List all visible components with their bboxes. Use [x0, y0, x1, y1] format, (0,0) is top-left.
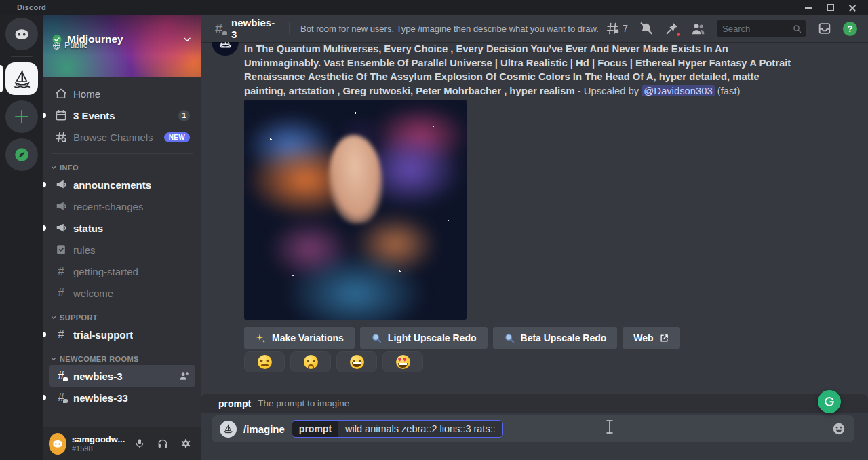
category-info[interactable]: INFO — [49, 164, 195, 172]
channel-welcome[interactable]: # welcome — [49, 282, 195, 304]
unread-indicator — [43, 182, 46, 187]
grinning-face-emoji — [350, 355, 364, 369]
beta-upscale-redo-button[interactable]: Beta Upscale Redo — [493, 327, 618, 349]
reaction-confounded-face[interactable] — [244, 351, 285, 372]
channel-rules[interactable]: rules — [49, 239, 195, 261]
category-label: INFO — [60, 164, 79, 172]
sailboat-icon — [222, 423, 234, 435]
option-field-value[interactable]: wild animals zebra::2 lions::3 rats:: — [338, 421, 502, 437]
user-bar: samgoodw... #1598 — [43, 427, 201, 460]
channel-getting-started[interactable]: # getting-started — [49, 261, 195, 282]
channel-announcements[interactable]: announcements — [49, 174, 195, 195]
server-banner[interactable]: Midjourney Public — [43, 15, 201, 77]
disappointed-face-emoji — [304, 355, 318, 369]
search-input[interactable]: Search — [717, 20, 806, 37]
unread-indicator — [43, 332, 46, 337]
message-composer[interactable]: /imagine prompt wild animals zebra::2 li… — [212, 415, 854, 442]
emoji-picker-button[interactable] — [831, 421, 846, 436]
fast-mode-text: (fast) — [715, 85, 741, 96]
header-divider — [289, 22, 290, 35]
chevron-down-icon — [50, 356, 57, 362]
command-bot-avatar — [220, 421, 237, 438]
inbox-button[interactable] — [817, 21, 832, 36]
help-button[interactable]: ? — [843, 22, 857, 36]
bell-slash-icon — [639, 21, 654, 36]
category-newcomer-rooms[interactable]: NEWCOMER ROOMS — [49, 355, 195, 363]
server-visibility-label: Public — [64, 41, 87, 50]
slash-command-autocomplete[interactable]: prompt The prompt to imagine — [201, 394, 868, 413]
deafen-button[interactable] — [153, 434, 172, 453]
light-upscale-redo-button[interactable]: Light Upscale Redo — [360, 327, 488, 349]
threads-icon — [605, 21, 620, 36]
globe-icon — [52, 41, 61, 50]
channel-status[interactable]: status — [49, 217, 195, 239]
user-discriminator: #1598 — [72, 444, 125, 453]
window-close-button[interactable] — [846, 2, 859, 13]
channel-recent-changes[interactable]: recent-changes — [49, 195, 195, 217]
channel-name: welcome — [73, 288, 113, 299]
hash-icon: # — [54, 286, 68, 300]
option-name: prompt — [218, 398, 251, 409]
mute-microphone-button[interactable] — [130, 434, 149, 453]
artwork-stars — [244, 100, 467, 320]
reactions: ♥♥ — [244, 351, 423, 372]
sidebar-item-home[interactable]: Home — [49, 83, 195, 104]
pinned-messages-button[interactable] — [665, 21, 679, 36]
threads-button[interactable]: 7 — [605, 21, 628, 36]
make-variations-button[interactable]: Make Variations — [244, 327, 355, 349]
new-badge: NEW — [164, 132, 190, 142]
search-placeholder: Search — [722, 24, 792, 34]
discord-logo-icon — [51, 437, 64, 451]
channel-trial-support[interactable]: # trial-support — [49, 324, 195, 345]
grammarly-g-icon — [823, 395, 836, 408]
option-description: The prompt to imagine — [258, 398, 349, 408]
channel-topic[interactable]: Bot room for new users. Type /imagine th… — [300, 24, 599, 34]
chat-area: # newbies-3 Bot room for new users. Type… — [201, 15, 868, 460]
reaction-grinning-face[interactable] — [336, 351, 377, 372]
reaction-disappointed-face[interactable] — [290, 351, 331, 372]
calendar-icon — [54, 109, 68, 122]
sidebar-item-label: Home — [73, 88, 100, 100]
external-link-icon — [659, 333, 669, 343]
sparkles-icon — [255, 332, 267, 344]
category-support[interactable]: SUPPORT — [49, 313, 195, 322]
sailboat-icon — [11, 68, 33, 90]
hash-chat-icon: # — [54, 369, 68, 383]
discord-home-button[interactable] — [5, 18, 38, 50]
channel-name: newbies-3 — [73, 370, 123, 382]
midjourney-server-icon[interactable] — [5, 62, 38, 95]
add-server-button[interactable] — [5, 100, 38, 133]
create-invite-icon[interactable] — [178, 370, 190, 382]
channel-newbies-3[interactable]: # newbies-3 — [49, 365, 195, 387]
server-visibility: Public — [52, 41, 87, 50]
button-label: Web — [633, 332, 653, 343]
explore-servers-button[interactable] — [5, 138, 38, 171]
rail-divider — [11, 56, 33, 57]
smiley-icon — [831, 421, 846, 436]
notification-settings-button[interactable] — [639, 21, 654, 36]
generated-image[interactable] — [244, 100, 467, 320]
command-option-field[interactable]: prompt wild animals zebra::2 lions::3 ra… — [292, 420, 503, 438]
threads-count: 7 — [623, 23, 628, 34]
message-actions: Make Variations Light Upscale Redo Beta … — [244, 327, 680, 349]
channel-newbies-33[interactable]: # newbies-33 — [49, 387, 195, 408]
hash-icon: # — [54, 328, 68, 341]
chevron-down-icon — [50, 314, 57, 321]
sidebar-item-events[interactable]: 3 Events 1 — [49, 104, 195, 126]
user-avatar[interactable] — [49, 433, 66, 455]
reaction-heart-eyes-face[interactable]: ♥♥ — [382, 351, 423, 372]
window-minimize-button[interactable] — [803, 2, 815, 13]
member-list-button[interactable] — [690, 21, 706, 37]
user-mention[interactable]: @Davidson303 — [642, 85, 714, 96]
sidebar-item-browse-channels[interactable]: Browse Channels NEW — [49, 126, 195, 148]
channel-name: newbies-33 — [73, 392, 128, 404]
channel-name: announcements — [73, 179, 151, 191]
channel-sidebar: Midjourney Public — [43, 15, 201, 460]
window-maximize-button[interactable] — [825, 2, 837, 13]
discord-logo-icon — [12, 24, 31, 43]
grammarly-icon[interactable] — [818, 390, 841, 413]
question-mark: ? — [848, 24, 853, 34]
user-settings-button[interactable] — [176, 434, 195, 453]
user-info[interactable]: samgoodw... #1598 — [72, 435, 125, 453]
web-button[interactable]: Web — [623, 327, 679, 349]
